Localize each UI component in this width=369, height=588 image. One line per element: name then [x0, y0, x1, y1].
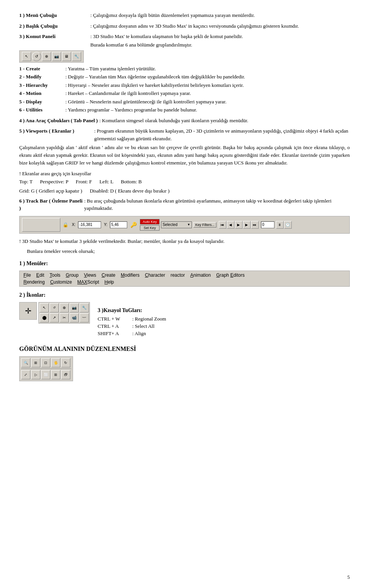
menu-maxscript[interactable]: MAXScript	[75, 279, 101, 285]
zoom-region-icon[interactable]: ⊡	[41, 358, 50, 367]
y-label: Y:	[103, 223, 108, 227]
hierarchy-icon[interactable]: ⊕	[42, 52, 51, 61]
s3-modify-desc: : Değiştir – Yaratılan tüm Max öğelerine…	[65, 73, 245, 81]
menu-views[interactable]: Views	[81, 272, 98, 278]
play-button[interactable]: ▶	[235, 221, 243, 229]
wrench-icon[interactable]: 🔧	[80, 303, 89, 312]
modify-icon[interactable]: ↺	[32, 52, 41, 61]
s6-label: 6 ) Track Bar ( Özleme Paneli )	[19, 197, 83, 212]
menu-reactor[interactable]: reactor	[168, 272, 187, 278]
x-input[interactable]	[78, 221, 101, 228]
zoom-ext-icon[interactable]: ⊞	[31, 358, 40, 367]
rotate-icon[interactable]: ↺	[50, 303, 59, 312]
icon-row2: ⬤ ↗ ✂ 📹 〰	[40, 313, 89, 322]
page-number: 5	[347, 574, 350, 580]
min-max-icon[interactable]: ⤢	[21, 370, 30, 379]
menu-modifiers[interactable]: Modifiers	[118, 272, 142, 278]
pan-icon[interactable]: 🖐	[51, 358, 60, 367]
s3-motion-desc: : Hareket – Canlandırmalar ile ilgili ko…	[65, 90, 191, 97]
circle-icon[interactable]: ⬤	[40, 313, 49, 322]
s4-desc: : Komutların simgesel olarak bulunduğu y…	[99, 117, 248, 125]
selected-dropdown[interactable]: Selected ▼	[161, 221, 192, 228]
menu-customize[interactable]: Customize	[48, 279, 74, 285]
zoom-icon[interactable]: 🔍	[21, 358, 30, 367]
menu-edit[interactable]: Edit	[34, 272, 47, 278]
move-icon-large[interactable]: ✛	[19, 302, 37, 320]
dropdown-arrow-icon: ▼	[187, 223, 190, 226]
ctrl-a-key: CTRL + A	[98, 323, 128, 329]
crosshair-icon[interactable]: ⊕	[60, 303, 69, 312]
next-frame-button[interactable]: ▶	[243, 221, 251, 229]
menu-group[interactable]: Group	[63, 272, 81, 278]
auto-key-button[interactable]: Auto Key	[140, 219, 160, 224]
shortcut-disabled: Disabled: D ( Ekranı devre dışı bırakır …	[90, 188, 170, 194]
shortcuts-note-text: ! Ekranlar arası geçiş için kısayollar	[19, 171, 91, 176]
camera-icon[interactable]: 📷	[70, 303, 79, 312]
s3-label: 3 ) Komut Paneli	[19, 33, 90, 40]
menu-rendering[interactable]: Rendering	[21, 279, 47, 285]
time-config-button[interactable]: 🕐	[284, 221, 292, 229]
s3-desc-text: 3D Studio Max' te komutlara ulaşmanın bi…	[93, 33, 243, 39]
shortcut-front: Front: F	[76, 179, 92, 184]
y-input[interactable]	[110, 221, 127, 228]
s2-label: 2 ) Başlık Çubuğu	[19, 22, 90, 30]
display-icon[interactable]: 🖥	[62, 52, 71, 61]
menu-file[interactable]: File	[21, 272, 33, 278]
s1-label: 1 ) Menü Çubuğu	[19, 12, 90, 19]
frame-input[interactable]	[261, 221, 274, 228]
menubar-row2: Rendering Customize MAXScript Help	[21, 279, 348, 286]
scissors-icon[interactable]: ✂	[60, 313, 69, 322]
track-bar-toolbar: 🔒 X: Y: 🔑 Auto Key Set Key Selected ▼ Ke…	[19, 216, 350, 234]
select-all-icon[interactable]: ⬜	[41, 370, 50, 379]
shortcuts-section: 3 )Kısayol TuGları: CTRL + W : Regional …	[98, 302, 350, 338]
s2-desc-text: Çalıştığımız dosyanın adını ve 3D Studio…	[93, 23, 299, 29]
x-label: X:	[71, 223, 76, 227]
extra-icon[interactable]: 🗗	[61, 370, 70, 379]
menu-help[interactable]: Help	[102, 279, 116, 285]
s3-create: 1 - Create	[19, 65, 65, 73]
s3-create-desc: : Yaratma – Tüm yaratma işlemleri yürütü…	[65, 65, 156, 73]
s6-desc: : Bu araç çubuğunda bulunan ikonlarla ek…	[84, 197, 350, 212]
shortcuts-note: ! Ekranlar arası geçiş için kısayollar	[19, 170, 350, 178]
s3-utilities-desc: : Yardımcı programlar – Yardımcı program…	[65, 106, 197, 114]
s3-modify: 2 - Modify	[19, 73, 65, 81]
video-icon[interactable]: 📹	[70, 313, 79, 322]
motion-icon[interactable]: 📷	[52, 52, 61, 61]
menu-create[interactable]: Create	[99, 272, 118, 278]
menu-animation[interactable]: Animation	[188, 272, 213, 278]
selected-label: Selected	[163, 223, 178, 227]
arrow-icon[interactable]: ↗	[50, 313, 59, 322]
select-icon[interactable]: ↖	[40, 303, 49, 312]
go-end-button[interactable]: ⏭	[251, 221, 259, 229]
set-key-button[interactable]: Set Key	[140, 225, 160, 231]
render-icon[interactable]: ▷	[31, 370, 40, 379]
shortcuts-title: 3 )Kısayol TuGları:	[98, 307, 350, 314]
icon-row1: ↖ ↺ ⊕ 📷 🔧	[40, 303, 89, 312]
key-filters-button[interactable]: Key Filters...	[193, 222, 216, 228]
wave-icon[interactable]: 〰	[80, 313, 89, 322]
s5-label: 5 ) Viewports ( Ekranlar )	[19, 127, 94, 142]
shortcut-left: Left: L	[100, 179, 113, 184]
prev-frame-button[interactable]: ◀	[227, 221, 234, 229]
ctrl-w-key: CTRL + W	[98, 316, 128, 322]
utilities-icon[interactable]: 🔧	[72, 52, 81, 61]
menu-tools[interactable]: Tools	[47, 272, 63, 278]
key-icon: 🔑	[129, 222, 138, 228]
create-icon[interactable]: ↖	[22, 52, 31, 61]
arc-rotate-icon[interactable]: ↻	[61, 358, 70, 367]
menus-title: 1 ) Menüler:	[19, 261, 350, 267]
go-start-button[interactable]: ⏮	[219, 221, 226, 229]
note1: ! 3D Studio Max' te komutlar 3 şekilde v…	[19, 238, 350, 245]
s3-hierarchy: 3 - Hierarchy	[19, 81, 65, 89]
anim-mode-button[interactable]: ⏸	[276, 221, 284, 229]
grid-icon[interactable]: ⊞	[51, 370, 60, 379]
menubar: File Edit Tools Group Views Create Modif…	[19, 271, 350, 287]
menu-character[interactable]: Character	[143, 272, 168, 278]
menu-graph-editors[interactable]: Graph Editors	[214, 272, 247, 278]
s3-sub: Burada komutlar 6 ana bölümde gruplandır…	[90, 42, 192, 48]
ctrl-w-desc: : Regional Zoom	[132, 316, 166, 322]
menubar-row1: File Edit Tools Group Views Create Modif…	[21, 272, 348, 279]
s3-desc: : 3D Studio Max' te komutlara ulaşmanın …	[90, 33, 350, 40]
big-title: GÖRÜNÜM ALANININ DÜZENLENMESİ	[19, 345, 350, 352]
s4-label: 4 ) Ana Araç Çubukları ( Tab Panel )	[19, 117, 98, 125]
